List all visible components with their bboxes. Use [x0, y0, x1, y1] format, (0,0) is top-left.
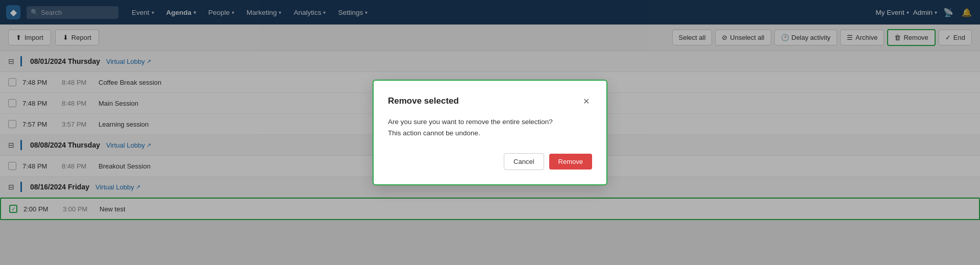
- remove-selected-modal: Remove selected ✕ Are you sure you want …: [373, 80, 607, 185]
- modal-line1: Are you sure you want to remove the enti…: [388, 116, 592, 128]
- modal-remove-button[interactable]: Remove: [549, 154, 592, 170]
- modal-body: Are you sure you want to remove the enti…: [388, 116, 592, 138]
- modal-title: Remove selected: [388, 96, 459, 106]
- modal-cancel-button[interactable]: Cancel: [504, 153, 544, 170]
- modal-overlay[interactable]: Remove selected ✕ Are you sure you want …: [0, 0, 980, 220]
- modal-footer: Cancel Remove: [388, 153, 592, 170]
- modal-header: Remove selected ✕: [388, 95, 592, 107]
- modal-close-button[interactable]: ✕: [580, 95, 592, 107]
- modal-line2: This action cannot be undone.: [388, 128, 592, 139]
